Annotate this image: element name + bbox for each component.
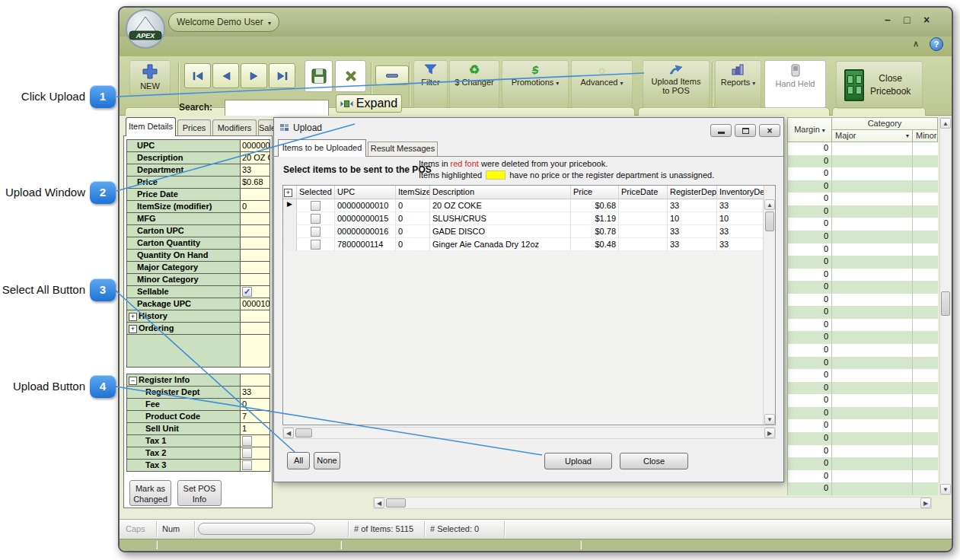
pricebook-row[interactable]: 0 <box>788 369 938 382</box>
field-value[interactable] <box>241 237 270 249</box>
previous-record-button[interactable] <box>212 63 239 88</box>
close-pricebook-button[interactable]: ClosePricebook <box>836 61 923 109</box>
cell-selected[interactable] <box>297 212 335 225</box>
pricebook-row[interactable]: 0 <box>788 142 938 155</box>
hand-held-button[interactable]: Hand Held <box>764 60 826 108</box>
mark-as-changed-button[interactable]: Mark asChanged <box>129 480 171 506</box>
save-button[interactable] <box>305 60 333 92</box>
last-record-button[interactable] <box>269 63 295 88</box>
dialog-tab-result-messages[interactable]: Result Messages <box>368 142 438 157</box>
upload-grid-row[interactable]: ▶00000000010020 OZ COKE$0.683333 <box>283 199 775 212</box>
column-header-price[interactable]: Price <box>571 186 619 199</box>
pricebook-grid-rows[interactable]: 0000000000000000000000000000 <box>787 142 938 495</box>
dialog-close-button[interactable]: × <box>759 124 780 137</box>
upload-grid-row[interactable]: 78000001140Ginger Aie Canada Dry 12oz$0.… <box>283 238 775 251</box>
pricebook-row[interactable]: 0 <box>788 419 938 432</box>
upload-grid-row[interactable]: 000000000160GADE DISCO$0.783333 <box>283 225 775 238</box>
maximize-button[interactable]: □ <box>904 14 910 26</box>
scroll-thumb[interactable] <box>765 212 774 231</box>
scroll-thumb[interactable] <box>386 498 406 508</box>
cell-selected[interactable] <box>297 199 335 212</box>
pricebook-row[interactable]: 0 <box>788 294 938 307</box>
plus-icon[interactable]: + <box>284 189 292 197</box>
row-checkbox[interactable] <box>311 201 321 211</box>
pricebook-row[interactable]: 0 <box>788 319 938 332</box>
row-checkbox[interactable] <box>311 227 321 237</box>
pricebook-row[interactable]: 0 <box>788 231 938 243</box>
field-value[interactable]: 33 <box>241 164 270 176</box>
cell-selected[interactable] <box>297 238 335 251</box>
upload-grid-vscrollbar[interactable]: ▲ ▼ <box>763 199 775 425</box>
scroll-up-icon[interactable]: ▲ <box>764 199 775 210</box>
filter-button[interactable]: Filter <box>413 60 448 108</box>
promotions-button[interactable]: $ Promotions▾ <box>502 60 569 108</box>
dollar-changer-button[interactable]: ♻ $ Changer <box>449 60 499 108</box>
dialog-close-action-button[interactable]: Close <box>620 453 688 469</box>
set-pos-info-button[interactable]: Set POSInfo <box>177 480 222 506</box>
pricebook-row[interactable]: 0 <box>788 281 938 294</box>
pricebook-row[interactable]: 0 <box>788 269 938 282</box>
pricebook-row[interactable]: 0 <box>788 331 938 344</box>
field-value[interactable] <box>241 213 270 224</box>
field-value[interactable]: $0.68 <box>241 177 270 188</box>
help-icon[interactable]: ? <box>930 37 943 51</box>
margin-column-header[interactable]: Margin▾ <box>787 117 832 142</box>
field-value[interactable] <box>241 447 270 459</box>
pricebook-row[interactable]: 0 <box>788 394 938 407</box>
cell-selected[interactable] <box>297 225 335 238</box>
field-value[interactable]: 00000000010 <box>241 140 270 151</box>
panel-tab-sales[interactable]: Sales <box>258 119 275 136</box>
pricebook-row[interactable]: 0 <box>788 180 938 193</box>
field-value[interactable] <box>241 310 270 322</box>
pricebook-row[interactable]: 0 <box>788 256 938 269</box>
minor-column-header[interactable]: Minor <box>912 129 938 142</box>
checkbox[interactable] <box>242 448 252 458</box>
minimize-button[interactable]: – <box>885 14 891 26</box>
upload-items-to-pos-button[interactable]: Upload Items to POS <box>643 60 710 108</box>
pricebook-horizontal-scrollbar[interactable]: ◀ ▶ <box>373 497 932 509</box>
row-checkbox[interactable] <box>311 240 321 250</box>
pricebook-row[interactable]: 0 <box>788 482 938 495</box>
field-value[interactable] <box>241 460 270 471</box>
field-value[interactable] <box>241 250 270 261</box>
pricebook-row[interactable]: 0 <box>788 218 938 231</box>
pricebook-row[interactable]: 0 <box>788 382 938 395</box>
field-value[interactable]: 1 <box>241 423 270 434</box>
pricebook-row[interactable]: 0 <box>788 167 938 180</box>
pricebook-row[interactable]: 0 <box>788 357 938 370</box>
dialog-maximize-button[interactable] <box>735 124 756 137</box>
delete-button[interactable] <box>335 60 366 92</box>
column-header-pricedate[interactable]: PriceDate <box>619 186 668 199</box>
field-value[interactable] <box>241 189 270 200</box>
upload-grid-row[interactable]: 000000000150SLUSH/CRUS$1.191010 <box>283 212 775 225</box>
first-record-button[interactable] <box>184 63 211 88</box>
scroll-left-icon[interactable]: ◀ <box>283 428 294 438</box>
scroll-down-icon[interactable]: ▼ <box>940 484 951 495</box>
scroll-down-icon[interactable]: ▼ <box>764 414 775 425</box>
upload-grid-rows[interactable]: ▶00000000010020 OZ COKE$0.68333300000000… <box>283 199 775 251</box>
new-button[interactable]: NEW <box>129 60 171 96</box>
field-value[interactable]: 33 <box>241 387 270 398</box>
column-header-selected[interactable]: Selected <box>297 186 335 199</box>
column-header-upc[interactable]: UPC <box>335 186 396 199</box>
field-value[interactable] <box>241 323 270 334</box>
field-value[interactable]: 0 <box>241 201 270 212</box>
pricebook-row[interactable]: 0 <box>788 155 938 168</box>
upload-grid-hscrollbar[interactable]: ◀ ▶ <box>282 427 776 439</box>
pricebook-row[interactable]: 0 <box>788 243 938 256</box>
upload-button[interactable]: Upload <box>544 453 612 469</box>
pricebook-row[interactable]: 0 <box>788 306 938 319</box>
pricebook-row[interactable]: 0 <box>788 192 938 205</box>
user-menu-button[interactable]: Welcome Demo User ▾ <box>168 12 279 32</box>
field-value[interactable]: 7 <box>241 411 270 422</box>
field-value[interactable] <box>241 374 270 386</box>
expand-icon[interactable]: + <box>129 325 137 333</box>
panel-tab-modifiers[interactable]: Modifiers <box>212 119 257 136</box>
expand-button[interactable]: Expand <box>336 94 402 113</box>
checkbox-checked[interactable]: ✓ <box>242 287 252 297</box>
scroll-right-icon[interactable]: ▶ <box>764 428 775 438</box>
column-header-registerdept[interactable]: RegisterDept <box>668 186 717 199</box>
row-checkbox[interactable] <box>311 214 321 224</box>
field-value[interactable]: 000010 <box>241 298 270 310</box>
pricebook-row[interactable]: 0 <box>788 407 938 420</box>
